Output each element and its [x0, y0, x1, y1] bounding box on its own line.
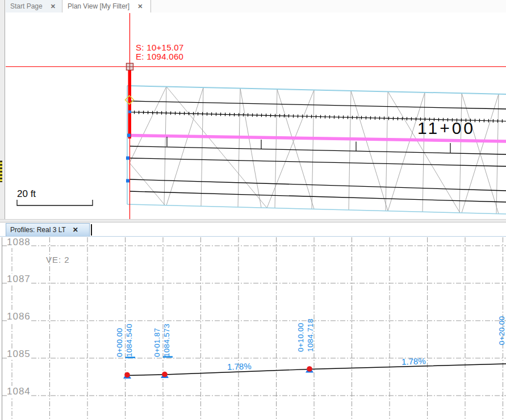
profile-grid: [2, 237, 506, 420]
plan-view-pane[interactable]: [6, 12, 506, 219]
point-elevation-label: 1084.540: [125, 324, 133, 357]
profile-tab-bar: Profiles: Real 3 LT ✕: [0, 222, 506, 237]
grade-label: 1.78%: [402, 356, 426, 366]
point-station-label: 0+01.87: [153, 328, 161, 357]
point-elevation-label: 1084.573: [162, 324, 171, 357]
tab-start-page-label: Start Page: [10, 2, 43, 10]
corridor-edge-lines[interactable]: [129, 101, 506, 202]
grade-label: 1.78%: [227, 361, 252, 371]
point-elevation-label: 1084.718: [306, 318, 315, 352]
scale-bar-label: 20 ft: [17, 188, 36, 200]
vertical-exaggeration-label: VE: 2: [46, 255, 70, 264]
tab-profiles[interactable]: Profiles: Real 3 LT ✕: [6, 223, 90, 236]
cursor-coordinate-readout: S: 10+15.07 E: 1094.060: [136, 43, 184, 61]
tab-profiles-label: Profiles: Real 3 LT: [10, 226, 66, 234]
document-tab-bar: Start Page ✕ Plan View [My Filter] ✕: [6, 0, 506, 12]
elevation-axis-label: 1086: [7, 311, 31, 322]
crosshair-pickbox: [127, 64, 133, 70]
cad-application-window: Start Page ✕ Plan View [My Filter] ✕: [0, 0, 506, 420]
docked-panel-edge-marker[interactable]: [0, 161, 2, 182]
point-station-label: 0+20.00: [497, 316, 506, 345]
close-icon[interactable]: ✕: [51, 3, 56, 10]
close-icon[interactable]: ✕: [73, 226, 78, 234]
elevation-axis-label: 1088: [7, 237, 31, 248]
plan-view-canvas[interactable]: [6, 12, 506, 219]
tab-plan-view-label: Plan View [My Filter]: [68, 2, 129, 10]
scale-bar: [17, 200, 93, 205]
tab-start-page[interactable]: Start Page ✕: [6, 0, 62, 12]
profile-grade-line[interactable]: [127, 364, 506, 376]
close-icon[interactable]: ✕: [137, 3, 143, 10]
cursor-easting-readout: E: 1094.060: [136, 52, 184, 61]
cursor-station-readout: S: 10+15.07: [136, 43, 184, 52]
elevation-axis-label: 1084: [7, 386, 31, 397]
point-station-label: 0+00.00: [115, 328, 124, 357]
point-station-label: 0+10.00: [296, 323, 305, 352]
elevation-axis-label: 1087: [7, 274, 31, 285]
profile-view-pane[interactable]: [0, 237, 506, 420]
tab-edge-caret: [91, 224, 92, 236]
profile-canvas[interactable]: [0, 237, 506, 420]
elevation-axis-label: 1085: [7, 348, 31, 360]
tab-plan-view[interactable]: Plan View [My Filter] ✕: [63, 0, 151, 12]
left-dock-gutter: [0, 0, 5, 219]
station-annotation: 11+00: [417, 119, 475, 138]
